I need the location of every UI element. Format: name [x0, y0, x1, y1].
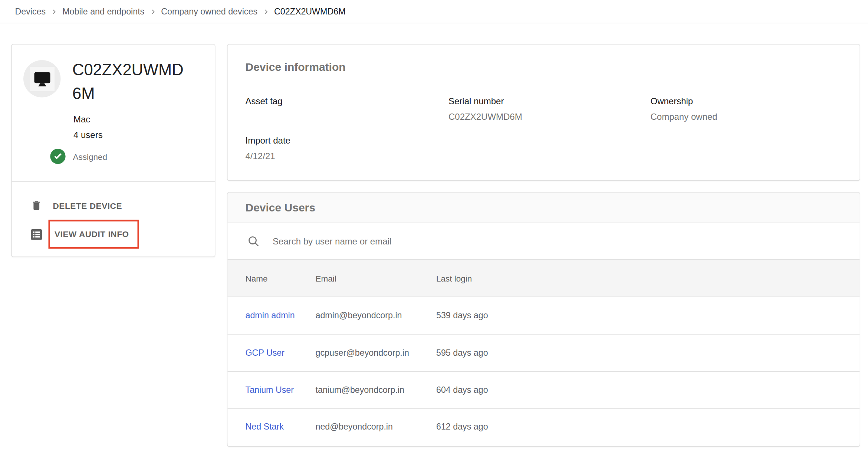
device-information-panel: Device information Asset tag Serial numb… [227, 44, 860, 181]
user-link[interactable]: admin admin [246, 310, 295, 320]
device-information-fields: Asset tag Serial number C02ZX2UWMD6M Own… [228, 96, 860, 161]
table-row: admin admin admin@beyondcorp.in 539 days… [228, 297, 860, 334]
users-table-header: Name Email Last login [228, 260, 860, 297]
delete-icon [30, 199, 44, 212]
field-value [246, 111, 449, 122]
breadcrumb-mobile-endpoints[interactable]: Mobile and endpoints [62, 6, 144, 16]
view-audit-info-label: VIEW AUDIT INFO [55, 229, 129, 239]
column-header-last-login: Last login [436, 273, 860, 283]
user-email: tanium@beyondcorp.in [316, 385, 437, 395]
field-label: Import date [246, 135, 449, 146]
device-summary-card: C02ZX2UWMD6M Mac 4 users Assigned [11, 44, 216, 257]
status-badge: Assigned [73, 152, 108, 161]
device-meta: Mac 4 users [73, 112, 103, 143]
column-header-email: Email [316, 273, 437, 283]
user-link[interactable]: Ned Stark [246, 422, 284, 431]
user-last-login: 539 days ago [436, 310, 860, 320]
view-audit-info-button[interactable]: VIEW AUDIT INFO [12, 220, 215, 249]
field-ownership: Ownership Company owned [651, 96, 842, 122]
device-users-header: Device Users [228, 193, 860, 223]
chevron-right-icon [149, 8, 157, 16]
device-actions: DELETE DEVICE VIEW AUDIT INFO [12, 181, 215, 257]
device-type: Mac [73, 112, 103, 128]
field-label: Serial number [448, 96, 651, 106]
device-information-title: Device information [228, 45, 860, 73]
table-row: Tanium User tanium@beyondcorp.in 604 day… [228, 371, 860, 408]
check-circle-icon [50, 148, 66, 165]
device-summary-top: C02ZX2UWMD6M Mac 4 users Assigned [12, 45, 215, 181]
table-row: GCP User gcpuser@beyondcorp.in 595 days … [228, 334, 860, 371]
monitor-icon [30, 66, 54, 91]
device-users-count: 4 users [73, 128, 103, 143]
avatar [23, 60, 61, 98]
breadcrumb-current-device: C02ZX2UWMD6M [274, 6, 345, 16]
field-value: Company owned [651, 111, 842, 122]
breadcrumb: Devices Mobile and endpoints Company own… [0, 0, 868, 23]
column-header-name: Name [246, 273, 316, 283]
audit-list-icon [30, 227, 44, 241]
search-icon [247, 234, 260, 248]
user-link[interactable]: GCP User [246, 348, 285, 358]
field-import-date: Import date 4/12/21 [246, 135, 449, 162]
search-input[interactable] [272, 236, 860, 247]
field-asset-tag: Asset tag [246, 96, 449, 122]
device-name: C02ZX2UWMD6M [72, 58, 187, 106]
delete-device-label: DELETE DEVICE [53, 201, 122, 210]
user-link[interactable]: Tanium User [246, 385, 294, 395]
breadcrumb-company-owned-devices[interactable]: Company owned devices [161, 6, 257, 16]
field-serial-number: Serial number C02ZX2UWMD6M [448, 96, 651, 122]
user-email: admin@beyondcorp.in [316, 310, 437, 320]
breadcrumb-devices[interactable]: Devices [15, 6, 46, 16]
user-email: ned@beyondcorp.in [316, 422, 437, 432]
field-value: C02ZX2UWMD6M [448, 111, 651, 122]
field-value: 4/12/21 [246, 151, 449, 162]
user-last-login: 612 days ago [436, 422, 860, 432]
user-last-login: 604 days ago [436, 385, 860, 395]
annotation-highlight-box: VIEW AUDIT INFO [49, 220, 139, 249]
table-row: Ned Stark ned@beyondcorp.in 612 days ago [228, 408, 860, 445]
device-users-title: Device Users [246, 201, 315, 214]
chevron-right-icon [50, 8, 58, 16]
user-search-bar [228, 223, 860, 260]
user-last-login: 595 days ago [436, 348, 860, 358]
field-label: Ownership [651, 96, 842, 106]
admin-device-detail-page: Devices Mobile and endpoints Company own… [0, 0, 868, 457]
user-email: gcpuser@beyondcorp.in [316, 348, 437, 358]
field-label: Asset tag [246, 96, 449, 106]
device-users-panel: Device Users Name Email Last login admin… [227, 192, 860, 447]
chevron-right-icon [262, 8, 270, 16]
assignment-status: Assigned [50, 148, 108, 165]
delete-device-button[interactable]: DELETE DEVICE [12, 191, 215, 220]
